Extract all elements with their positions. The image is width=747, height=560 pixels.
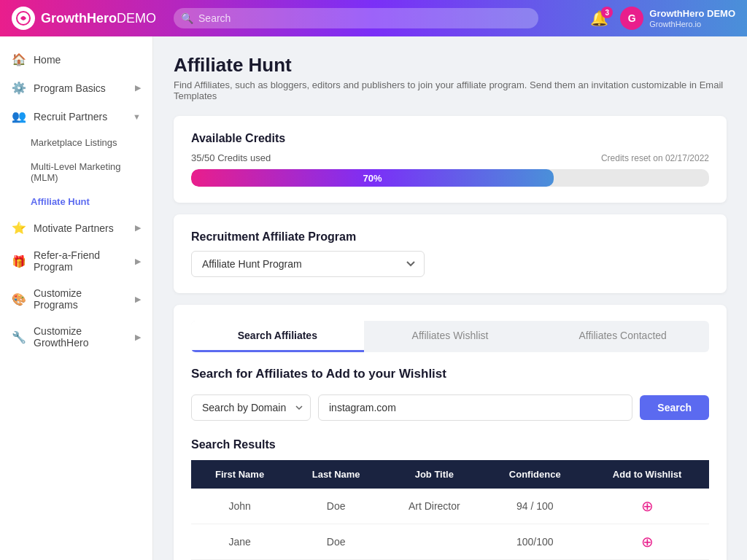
- tab-affiliates-contacted[interactable]: Affiliates Contacted: [536, 321, 709, 352]
- sidebar-sub-item-mlm[interactable]: Multi-Level Marketing (MLM): [0, 155, 152, 190]
- logo-icon: [12, 7, 35, 30]
- sidebar-item-recruit-partners[interactable]: 👥 Recruit Partners ▼: [0, 102, 152, 131]
- add-wishlist-button[interactable]: ⊕: [641, 497, 654, 515]
- sidebar-item-label: Customize Programs: [34, 287, 128, 311]
- sidebar-sub-item-marketplace[interactable]: Marketplace Listings: [0, 131, 152, 155]
- recruitment-card: Recruitment Affiliate Program Affiliate …: [174, 214, 727, 293]
- col-job-title: Job Title: [384, 460, 484, 489]
- chevron-right-icon: ▶: [135, 257, 141, 266]
- cell-confidence: 94 / 100: [484, 489, 585, 524]
- search-button[interactable]: Search: [640, 395, 709, 420]
- chevron-right-icon: ▶: [135, 83, 141, 93]
- main-content: Affiliate Hunt Find Affiliates, such as …: [153, 36, 747, 560]
- sidebar-sub-label: Marketplace Listings: [31, 137, 117, 148]
- wrench-icon: 🔧: [12, 330, 26, 344]
- sidebar-item-refer-friend[interactable]: 🎁 Refer-a-Friend Program ▶: [0, 242, 152, 280]
- sidebar-item-program-basics[interactable]: ⚙️ Program Basics ▶: [0, 74, 152, 102]
- credits-row: 35/50 Credits used Credits reset on 02/1…: [191, 152, 709, 163]
- progress-bar-background: 70%: [191, 169, 709, 187]
- results-title: Search Results: [191, 438, 709, 451]
- sidebar-sub-label: Multi-Level Marketing (MLM): [31, 161, 141, 183]
- sidebar-item-motivate-partners[interactable]: ⭐ Motivate Partners ▶: [0, 214, 152, 242]
- app-name: GrowthHeroDEMO: [41, 11, 156, 26]
- sidebar-item-customize-programs[interactable]: 🎨 Customize Programs ▶: [0, 280, 152, 318]
- credits-reset-label: Credits reset on 02/17/2022: [601, 153, 709, 163]
- credits-card: Available Credits 35/50 Credits used Cre…: [174, 116, 727, 203]
- credits-used-label: 35/50 Credits used: [191, 152, 271, 163]
- col-last-name: Last Name: [288, 460, 384, 489]
- chevron-right-icon: ▶: [135, 223, 141, 233]
- users-icon: 👥: [12, 109, 26, 123]
- gift-icon: 🎁: [12, 254, 26, 268]
- chevron-right-icon: ▶: [135, 332, 141, 342]
- search-affiliates-card: Search Affiliates Affiliates Wishlist Af…: [174, 305, 727, 560]
- cell-last-name: Doe: [288, 489, 384, 524]
- recruitment-title: Recruitment Affiliate Program: [191, 230, 709, 244]
- col-confidence: Confidence: [484, 460, 585, 489]
- cell-first-name: John: [191, 489, 288, 524]
- sidebar-item-customize-growthhero[interactable]: 🔧 Customize GrowthHero ▶: [0, 318, 152, 356]
- cell-first-name: Jane: [191, 524, 288, 560]
- chevron-down-icon: ▼: [133, 112, 141, 121]
- star-icon: ⭐: [12, 221, 26, 235]
- sidebar-item-label: Refer-a-Friend Program: [34, 249, 128, 273]
- notification-badge: 3: [601, 7, 613, 18]
- user-name: GrowthHero DEMO: [649, 8, 735, 20]
- progress-bar-fill: 70%: [191, 169, 554, 187]
- cell-job-title: Art Director: [384, 489, 484, 524]
- user-domain: GrowthHero.io: [649, 20, 735, 28]
- tab-search-affiliates[interactable]: Search Affiliates: [191, 321, 364, 352]
- sidebar-item-label: Program Basics: [34, 82, 106, 94]
- col-first-name: First Name: [191, 460, 288, 489]
- app-logo[interactable]: GrowthHeroDEMO: [12, 7, 156, 30]
- chevron-right-icon: ▶: [135, 295, 141, 304]
- results-table: First Name Last Name Job Title Confidenc…: [191, 460, 709, 560]
- sidebar-item-label: Recruit Partners: [34, 111, 107, 122]
- sidebar: 🏠 Home ⚙️ Program Basics ▶ 👥 Recruit Par…: [0, 36, 153, 560]
- table-header-row: First Name Last Name Job Title Confidenc…: [191, 460, 709, 489]
- home-icon: 🏠: [12, 52, 26, 66]
- user-details: GrowthHero DEMO GrowthHero.io: [649, 8, 735, 28]
- col-add-wishlist: Add to Wishlist: [585, 460, 709, 489]
- sidebar-item-label: Customize GrowthHero: [34, 325, 128, 349]
- cell-job-title: [384, 524, 484, 560]
- cell-last-name: Doe: [288, 524, 384, 560]
- page-title: Affiliate Hunt: [174, 54, 727, 77]
- body-wrap: 🏠 Home ⚙️ Program Basics ▶ 👥 Recruit Par…: [0, 36, 747, 560]
- gear-icon: ⚙️: [12, 81, 26, 95]
- sidebar-item-label: Home: [34, 54, 61, 66]
- search-row: Search by Domain Search by Name Search b…: [191, 394, 709, 421]
- global-search: 🔍: [174, 8, 538, 28]
- topnav-right: 🔔 3 G GrowthHero DEMO GrowthHero.io: [590, 7, 735, 30]
- progress-label: 70%: [363, 173, 382, 184]
- table-row: John Doe Art Director 94 / 100 ⊕: [191, 489, 709, 524]
- notifications-button[interactable]: 🔔 3: [590, 9, 608, 27]
- sidebar-sub-label: Affiliate Hunt: [31, 196, 90, 207]
- sidebar-sub-item-affiliate-hunt[interactable]: Affiliate Hunt: [0, 190, 152, 214]
- sidebar-item-home[interactable]: 🏠 Home: [0, 45, 152, 74]
- paint-icon: 🎨: [12, 292, 26, 306]
- page-description: Find Affiliates, such as bloggers, edito…: [174, 79, 727, 101]
- search-section-title: Search for Affiliates to Add to your Wis…: [191, 367, 709, 381]
- tabs-bar: Search Affiliates Affiliates Wishlist Af…: [191, 321, 709, 352]
- credits-title: Available Credits: [191, 132, 709, 145]
- cell-add-wishlist: ⊕: [585, 489, 709, 524]
- avatar: G: [620, 7, 643, 30]
- search-domain-input[interactable]: [318, 394, 632, 421]
- search-type-select[interactable]: Search by Domain Search by Name Search b…: [191, 394, 311, 421]
- cell-add-wishlist: ⊕: [585, 524, 709, 560]
- global-search-input[interactable]: [174, 8, 538, 28]
- cell-confidence: 100/100: [484, 524, 585, 560]
- topnav: GrowthHeroDEMO 🔍 🔔 3 G GrowthHero DEMO G…: [0, 0, 747, 36]
- table-row: Jane Doe 100/100 ⊕: [191, 524, 709, 560]
- user-menu[interactable]: G GrowthHero DEMO GrowthHero.io: [620, 7, 735, 30]
- add-wishlist-button[interactable]: ⊕: [641, 533, 654, 551]
- sidebar-item-label: Motivate Partners: [34, 222, 114, 234]
- search-icon: 🔍: [181, 12, 193, 24]
- program-select[interactable]: Affiliate Hunt Program Default Program: [191, 251, 425, 277]
- tab-affiliates-wishlist[interactable]: Affiliates Wishlist: [364, 321, 537, 352]
